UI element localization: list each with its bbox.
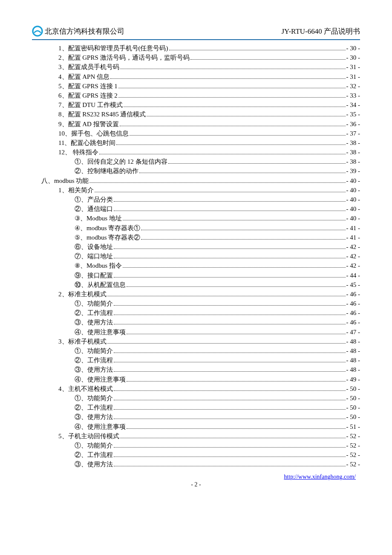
toc-entry-label: 八、modbus 功能 [41,177,89,185]
toc-entry-label: ④、modbus 寄存器表① [75,224,140,232]
toc-entry-label: ④、使用注意事项 [75,328,126,336]
toc-entry-label: ①、回传自定义的 12 条短信内容 [75,158,167,166]
toc-entry[interactable]: ③、使用方法- 48 - [32,366,360,374]
toc-entry[interactable]: ③、使用方法- 52 - [32,460,360,468]
toc-entry-page: - 36 - [346,121,360,128]
toc-entry[interactable]: ⑨、接口配置 - 44 - [32,272,360,280]
toc-entry[interactable]: 4、主机不巡检模式- 50 - [32,385,360,393]
toc-entry[interactable]: 11、配置心跳包时间- 38 - [32,139,360,147]
page-number: - 2 - [191,481,201,488]
toc-entry-page: - 30 - [346,45,360,52]
toc-entry[interactable]: ④、使用注意事项- 47 - [32,328,360,336]
toc-entry[interactable]: ⑤、modbus 寄存器表②- 41 - [32,234,360,242]
toc-entry[interactable]: 1、配置密码和管理员手机号(任意号码)- 30 - [32,44,360,52]
toc-entry-page: - 46 - [346,291,360,298]
toc-entry-page: - 50 - [346,413,360,421]
toc-entry-label: ②、工作流程 [75,309,113,317]
toc-entry-page: - 40 - [346,205,360,213]
toc-entry[interactable]: ②、控制继电器的动作- 39 - [32,167,360,175]
toc-entry-page: - 50 - [346,395,360,402]
toc-entry-label: ⑦、端口地址 [75,252,113,260]
toc-entry-page: - 46 - [346,319,360,326]
page-footer: http://www.xinfanghong.com/ - 2 - [32,474,360,488]
toc-leader-dots [127,334,346,334]
toc-entry[interactable]: ①、产品分类 - 40 - [32,196,360,204]
toc-entry[interactable]: 3、标准子机模式- 48 - [32,338,360,346]
toc-entry[interactable]: 八、modbus 功能 - 40 - [32,177,360,185]
toc-entry[interactable]: 9、配置 AD 报警设置- 36 - [32,120,360,128]
toc-leader-dots [118,97,346,98]
toc-entry-label: 3、标准子机模式 [58,338,107,346]
toc-entry[interactable]: ⑦、端口地址 - 42 - [32,252,360,260]
toc-entry[interactable]: ④、使用注意事项- 49 - [32,376,360,384]
toc-leader-dots [116,145,345,145]
toc-entry[interactable]: ②、工作流程 - 46 - [32,309,360,317]
toc-entry-label: ①、功能简介 [75,300,113,308]
toc-entry-page: - 51 - [346,423,360,431]
toc-leader-dots [130,135,346,136]
toc-entry-page: - 41 - [346,225,360,232]
toc-entry-page: - 41 - [346,234,360,241]
toc-entry[interactable]: 6、配置 GPRS 连接 2- 33 - [32,92,360,100]
toc-entry[interactable]: 2、配置 GPRS 激活号码，通话号码，监听号码- 30 - [32,54,360,62]
toc-entry[interactable]: 1、相关简介- 40 - [32,186,360,194]
toc-leader-dots [114,324,346,324]
toc-entry[interactable]: ③、使用方法- 46 - [32,318,360,327]
toc-entry[interactable]: ③、使用方法- 50 - [32,413,360,421]
toc-entry-page: - 32 - [346,83,360,90]
toc-entry[interactable]: ①、功能简介 - 52 - [32,442,360,450]
toc-entry-label: ②、工作流程 [75,451,113,459]
toc-entry-page: - 34 - [346,101,360,109]
toc-entry[interactable]: 4、配置 APN 信息- 31 - [32,73,360,81]
header-left: 北京信方鸿科技有限公司 [32,26,124,37]
toc-entry[interactable]: 5、配置 GPRS 连接 1- 32 - [32,82,360,90]
toc-entry[interactable]: 10、握手包、心跳包信息- 37 - [32,130,360,138]
toc-entry[interactable]: ①、功能简介 - 50 - [32,394,360,402]
toc-entry-label: 2、配置 GPRS 激活号码，通话号码，监听号码 [58,54,190,62]
toc-entry[interactable]: ⑧、Modbus 指令- 42 - [32,262,360,270]
footer-link[interactable]: http://www.xinfanghong.com/ [284,474,356,480]
toc-leader-dots [123,267,346,268]
toc-entry-page: - 40 - [346,177,360,185]
toc-entry-label: ①、功能简介 [75,394,113,402]
toc-entry-label: 4、配置 APN 信息 [58,73,110,81]
toc-entry[interactable]: 2、标准主机模式- 46 - [32,290,360,298]
toc-leader-dots [114,305,346,306]
toc-entry-label: ③、使用方法 [75,318,113,327]
toc-leader-dots [99,154,346,154]
toc-entry[interactable]: ②、工作流程 - 48 - [32,356,360,364]
toc-entry[interactable]: ④、modbus 寄存器表①- 41 - [32,224,360,232]
toc-entry[interactable]: ②、工作流程 - 52 - [32,451,360,459]
company-name: 北京信方鸿科技有限公司 [45,26,124,36]
toc-entry[interactable]: 12、 特殊指令- 38 - [32,148,360,156]
toc-entry[interactable]: ②、通信端口 - 40 - [32,205,360,213]
toc-entry[interactable]: 7、配置 DTU 工作模式 - 34 - [32,101,360,109]
toc-entry-page: - 35 - [346,111,360,118]
toc-entry-label: 1、相关简介 [58,186,94,194]
toc-entry[interactable]: ①、功能简介 - 46 - [32,300,360,308]
toc-entry-page: - 31 - [346,64,360,71]
toc-entry-page: - 38 - [346,149,360,156]
toc-entry[interactable]: 3、配置成员手机号码- 31 - [32,63,360,71]
toc-entry-page: - 47 - [346,329,360,336]
toc-entry-label: 3、配置成员手机号码 [58,63,119,71]
toc-entry[interactable]: ①、功能简介 - 48 - [32,347,360,355]
toc-entry[interactable]: ①、回传自定义的 12 条短信内容- 38 - [32,158,360,166]
toc-entry[interactable]: ④、使用注意事项- 51 - [32,423,360,431]
toc-entry-page: - 48 - [346,357,360,364]
toc-entry[interactable]: 5、子机主动回传模式- 52 - [32,432,360,440]
toc-entry[interactable]: 8、配置 RS232 RS485 通信模式 - 35 - [32,110,360,119]
toc-leader-dots [190,59,346,60]
toc-entry-page: - 42 - [346,253,360,260]
toc-entry-label: 1、配置密码和管理员手机号(任意号码) [58,44,168,52]
toc-entry-page: - 48 - [346,347,360,355]
toc-entry-label: ②、通信端口 [75,205,113,213]
toc-leader-dots [114,409,346,410]
toc-entry[interactable]: ③、Modbus 地址- 40 - [32,214,360,223]
toc-entry[interactable]: ②、工作流程 - 50 - [32,404,360,412]
toc-entry[interactable]: ⑩、从机配置信息 - 45 - [32,281,360,289]
toc-entry[interactable]: ⑥、设备地址 - 42 - [32,243,360,251]
toc-entry-page: - 48 - [346,338,360,345]
toc-entry-label: ⑨、接口配置 [75,272,113,280]
table-of-contents: 1、配置密码和管理员手机号(任意号码)- 30 -2、配置 GPRS 激活号码，… [32,44,360,468]
